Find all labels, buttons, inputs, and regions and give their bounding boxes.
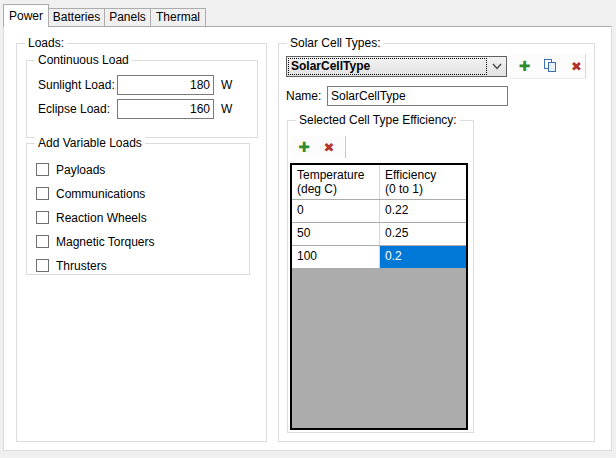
cell-type-toolbar: ✚ ✖ (509, 54, 586, 79)
delete-icon: ✖ (324, 141, 335, 154)
add-icon: ✚ (298, 140, 310, 154)
efficiency-groupbox-label: Selected Cell Type Efficiency: (296, 113, 460, 128)
column-header-line: (0 to 1) (385, 182, 466, 196)
efficiency-toolbar: ✚ ✖ (291, 136, 346, 158)
checkbox-payloads-label: Payloads (56, 163, 105, 177)
grid-empty-area (292, 269, 466, 428)
grid-row: 100 0.2 (292, 246, 466, 269)
cell-type-name-input[interactable] (327, 86, 508, 106)
checkbox-thrusters[interactable] (36, 259, 49, 272)
eclipse-load-unit: W (221, 99, 232, 119)
checkbox-communications[interactable] (36, 187, 49, 200)
loads-groupbox-label: Loads: (25, 36, 67, 51)
add-icon: ✚ (519, 59, 531, 73)
checkbox-magnetic-torquers[interactable] (36, 235, 49, 248)
grid-cell-efficiency[interactable]: 0.2 (379, 246, 466, 268)
delete-row-button[interactable]: ✖ (320, 138, 338, 156)
efficiency-grid-header: Temperature (deg C) Efficiency (0 to 1) (292, 165, 466, 200)
checkbox-communications-label: Communications (56, 187, 145, 201)
solar-cell-type-selected-value: SolarCellType (288, 58, 487, 75)
sunlight-load-input[interactable] (117, 75, 214, 95)
efficiency-grid: Temperature (deg C) Efficiency (0 to 1) … (290, 163, 468, 430)
solar-cell-types-groupbox-label: Solar Cell Types: (287, 36, 384, 51)
copy-cell-type-button[interactable] (542, 57, 559, 75)
checkbox-magnetic-torquers-label: Magnetic Torquers (56, 235, 155, 249)
eclipse-load-label: Eclipse Load: (38, 99, 110, 119)
checkbox-reaction-wheels-label: Reaction Wheels (56, 211, 147, 225)
eclipse-load-input[interactable] (117, 99, 214, 119)
column-header-temperature[interactable]: Temperature (deg C) (292, 165, 379, 199)
continuous-load-groupbox-label: Continuous Load (35, 53, 132, 68)
sunlight-load-unit: W (221, 75, 232, 95)
grid-row: 0 0.22 (292, 200, 466, 223)
tab-power[interactable]: Power (3, 4, 49, 27)
grid-cell-efficiency[interactable]: 0.22 (379, 200, 466, 222)
add-cell-type-button[interactable]: ✚ (516, 57, 533, 75)
column-header-line: (deg C) (297, 182, 379, 196)
column-header-line: Efficiency (385, 168, 466, 182)
name-label: Name: (286, 86, 321, 106)
tab-panels[interactable]: Panels (104, 8, 151, 26)
checkbox-reaction-wheels[interactable] (36, 211, 49, 224)
checkbox-payloads[interactable] (36, 163, 49, 176)
grid-cell-temperature[interactable]: 50 (292, 223, 379, 245)
column-header-line: Temperature (297, 168, 379, 182)
add-variable-loads-groupbox-label: Add Variable Loads (35, 136, 145, 151)
power-settings-panel: Power Batteries Panels Thermal Loads: Co… (0, 0, 616, 458)
sunlight-load-label: Sunlight Load: (38, 75, 115, 95)
checkbox-thrusters-label: Thrusters (56, 259, 107, 273)
column-header-efficiency[interactable]: Efficiency (0 to 1) (379, 165, 466, 199)
copy-icon (544, 59, 558, 73)
solar-cell-type-select[interactable]: SolarCellType (286, 56, 507, 77)
delete-cell-type-button[interactable]: ✖ (568, 57, 585, 75)
add-row-button[interactable]: ✚ (295, 138, 313, 156)
tab-batteries[interactable]: Batteries (48, 8, 105, 26)
grid-cell-efficiency[interactable]: 0.25 (379, 223, 466, 245)
grid-cell-temperature[interactable]: 100 (292, 246, 379, 268)
grid-row: 50 0.25 (292, 223, 466, 246)
tab-thermal[interactable]: Thermal (150, 8, 206, 26)
delete-icon: ✖ (571, 60, 582, 73)
grid-cell-temperature[interactable]: 0 (292, 200, 379, 222)
chevron-down-icon[interactable] (487, 63, 506, 70)
